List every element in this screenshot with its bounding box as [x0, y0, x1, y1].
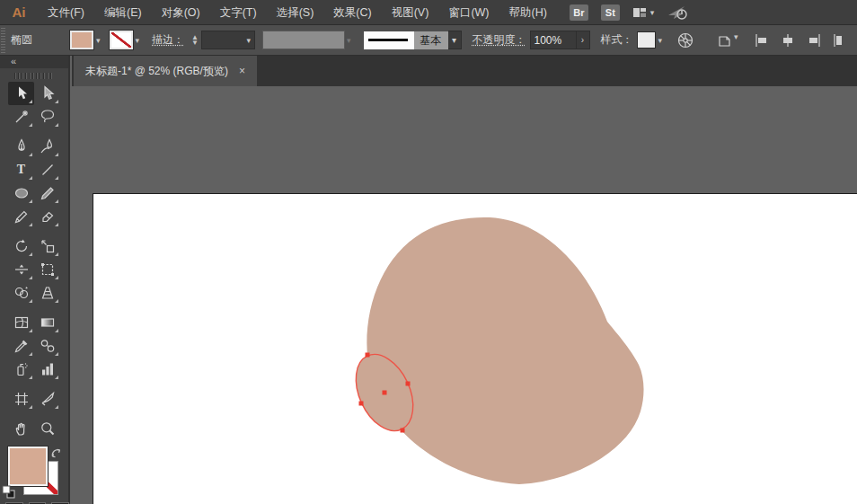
tool-pen[interactable] — [8, 135, 34, 158]
tool-pencil[interactable] — [8, 205, 34, 228]
app-logo: Ai — [0, 4, 38, 20]
fill-color-swatch[interactable] — [70, 31, 93, 49]
align-left-button[interactable] — [753, 32, 771, 49]
tool-free-transform[interactable] — [34, 258, 60, 281]
align-buttons — [753, 32, 849, 49]
menu-view[interactable]: 视图(V) — [382, 0, 439, 25]
width-profile-dropdown[interactable] — [262, 31, 345, 49]
chevron-down-icon[interactable]: ▾ — [136, 36, 140, 45]
illustrator-window: Ai 文件(F) 编辑(E) 对象(O) 文字(T) 选择(S) 效果(C) 视… — [0, 0, 857, 504]
opacity-label[interactable]: 不透明度： — [473, 32, 526, 48]
tool-slice[interactable] — [34, 387, 60, 411]
recolor-artwork-button[interactable] — [676, 31, 694, 49]
anchor-right[interactable] — [406, 382, 411, 386]
tool-context-label: 椭圆 — [11, 32, 32, 48]
document-tab[interactable]: 未标题-1* @ 52% (RGB/预览) × — [74, 56, 257, 86]
canvas-area[interactable] — [72, 86, 857, 504]
tool-paintbrush[interactable] — [34, 181, 60, 205]
tool-line-segment[interactable] — [34, 158, 60, 181]
tool-gradient[interactable] — [34, 311, 60, 334]
tab-bar: 未标题-1* @ 52% (RGB/预览) × — [72, 56, 857, 86]
menu-file[interactable]: 文件(F) — [38, 0, 94, 25]
chevron-down-icon[interactable]: ▾ — [246, 36, 251, 45]
chevron-down-icon[interactable]: ▾ — [96, 36, 101, 45]
fill-proxy[interactable] — [8, 447, 48, 486]
menu-edit[interactable]: 编辑(E) — [94, 0, 152, 25]
chevron-down-icon[interactable]: ▾ — [658, 36, 663, 45]
tool-eraser[interactable] — [34, 205, 60, 228]
default-fill-stroke-icon[interactable] — [2, 485, 16, 500]
stroke-weight-stepper[interactable]: ▲▼ — [191, 35, 199, 46]
tool-mesh[interactable] — [8, 311, 34, 334]
menu-select[interactable]: 选择(S) — [267, 0, 324, 25]
menu-window[interactable]: 窗口(W) — [438, 0, 499, 25]
tool-magic-wand[interactable] — [8, 105, 34, 128]
tool-width[interactable] — [8, 258, 34, 281]
stroke-weight-field[interactable]: ▾ — [201, 31, 255, 49]
tool-scale[interactable] — [34, 234, 60, 258]
blob-shape[interactable] — [367, 217, 643, 484]
shape-properties-button[interactable]: ▾ — [716, 32, 738, 49]
workspace-switcher[interactable]: ▾ — [632, 5, 655, 20]
document-title: 未标题-1* @ 52% (RGB/预览) — [85, 64, 228, 79]
chevron-down-icon: ▾ — [734, 32, 738, 49]
graphic-style-swatch[interactable] — [637, 31, 656, 49]
menu-help[interactable]: 帮助(H) — [499, 0, 557, 25]
stroke-weight-label[interactable]: 描边： — [152, 32, 184, 48]
bridge-button[interactable]: Br — [570, 4, 588, 21]
tool-blend[interactable] — [34, 334, 60, 358]
tool-type[interactable]: T — [8, 158, 34, 181]
swap-fill-stroke-icon[interactable] — [50, 447, 63, 460]
fill-stroke-proxies — [2, 446, 65, 500]
menu-bar: Ai 文件(F) 编辑(E) 对象(O) 文字(T) 选择(S) 效果(C) 视… — [0, 0, 857, 25]
anchor-center[interactable] — [383, 391, 387, 395]
chevron-down-icon: ▾ — [347, 36, 351, 45]
cc-launch-icon[interactable] — [667, 4, 690, 21]
panel-collapse-button[interactable]: « — [0, 56, 68, 68]
opacity-value: 100% — [535, 34, 562, 47]
control-bar: 椭圆 ▾ ▾ 描边： ▲▼ ▾ ▾ 基本 ▾ 不透明度： 100% › 样式： … — [0, 25, 857, 56]
brush-name: 基本 — [414, 31, 448, 49]
align-top-button[interactable] — [831, 32, 849, 49]
anchor-left[interactable] — [359, 402, 364, 406]
tool-eyedropper[interactable] — [8, 334, 34, 358]
style-label: 样式： — [601, 32, 633, 48]
tool-ellipse[interactable] — [8, 181, 34, 205]
workspace-icon — [632, 5, 647, 20]
menu-effect[interactable]: 效果(C) — [323, 0, 381, 25]
brush-preview — [364, 31, 414, 49]
align-right-button[interactable] — [805, 32, 823, 49]
stock-button[interactable]: St — [601, 4, 620, 21]
align-center-button[interactable] — [779, 32, 797, 49]
menu-object[interactable]: 对象(O) — [152, 0, 210, 25]
chevron-down-icon[interactable]: ▾ — [448, 31, 462, 49]
tool-zoom[interactable] — [34, 417, 60, 440]
brush-definition-dropdown[interactable]: 基本 ▾ — [364, 31, 462, 50]
tool-perspective-grid[interactable] — [34, 281, 60, 305]
menu-type[interactable]: 文字(T) — [210, 0, 267, 25]
chevron-down-icon: ▾ — [650, 8, 655, 17]
anchor-bottom[interactable] — [401, 429, 405, 433]
tool-lasso[interactable] — [34, 105, 60, 128]
tool-symbol-sprayer[interactable] — [8, 358, 34, 381]
tool-rotate[interactable] — [8, 234, 34, 258]
panel-grip[interactable] — [1, 28, 5, 53]
tool-selection[interactable] — [8, 82, 34, 105]
tool-panel: « — [0, 56, 70, 504]
tool-column-graph[interactable] — [34, 358, 60, 381]
opacity-field[interactable]: 100% — [530, 31, 577, 49]
opacity-flyout-arrow[interactable]: › — [577, 31, 590, 49]
tool-artboard[interactable] — [8, 387, 34, 411]
stroke-color-swatch[interactable] — [110, 31, 133, 49]
artwork-layer — [72, 86, 857, 504]
close-icon[interactable]: × — [239, 65, 245, 77]
panel-drag-grip[interactable] — [14, 73, 54, 79]
tool-hand[interactable] — [8, 417, 34, 440]
tool-shape-builder[interactable] — [8, 281, 34, 305]
anchor-top[interactable] — [366, 353, 370, 358]
tool-curvature[interactable] — [34, 135, 60, 158]
tool-direct-selection[interactable] — [34, 82, 60, 105]
